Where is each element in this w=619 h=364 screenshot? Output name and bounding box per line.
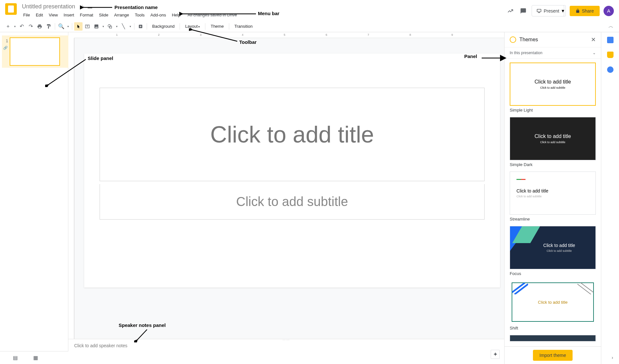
- bottom-bar: ▤ ▦: [0, 351, 68, 364]
- share-label: Share: [582, 8, 594, 14]
- title-placeholder: Click to add title: [210, 121, 374, 148]
- subtitle-placeholder-box[interactable]: Click to add subtitle: [100, 184, 485, 220]
- select-tool[interactable]: [74, 22, 83, 31]
- header: Untitled presentation ☆ ▬ File Edit View…: [0, 0, 619, 21]
- header-right: Present ▾ Share A: [506, 5, 614, 16]
- toolbar-collapse[interactable]: ︿: [607, 22, 615, 31]
- line-tool[interactable]: ╲: [119, 22, 128, 31]
- redo-button[interactable]: ↷: [26, 22, 35, 31]
- image-tool[interactable]: [92, 22, 101, 31]
- menu-addons[interactable]: Add-ons: [148, 11, 169, 19]
- doc-title[interactable]: Untitled presentation: [21, 3, 76, 11]
- menu-arrange[interactable]: Arrange: [112, 11, 132, 19]
- import-theme-button[interactable]: Import theme: [533, 350, 572, 361]
- menu-insert[interactable]: Insert: [61, 11, 77, 19]
- themes-list[interactable]: Click to add title Click to add subtitle…: [505, 59, 601, 346]
- menu-view[interactable]: View: [46, 11, 60, 19]
- grid-view-icon[interactable]: ▦: [33, 355, 38, 361]
- print-button[interactable]: [35, 22, 44, 31]
- comments-icon[interactable]: [519, 6, 528, 15]
- theme-preview-simple-dark[interactable]: Click to add title Click to add subtitle: [510, 117, 596, 160]
- theme-preview-focus[interactable]: Click to add title Click to add subtitle: [510, 226, 596, 269]
- keep-icon[interactable]: [607, 52, 614, 58]
- themes-scope-label: In this presentation: [510, 51, 542, 55]
- zoom-button[interactable]: 🔍: [57, 22, 65, 31]
- shape-dropdown[interactable]: ▾: [115, 22, 119, 31]
- background-button[interactable]: Background: [149, 23, 178, 30]
- theme-name: Streamline: [510, 217, 596, 221]
- undo-button[interactable]: ↶: [17, 22, 26, 31]
- theme-preview-next[interactable]: [510, 335, 596, 341]
- menu-help[interactable]: Help: [169, 11, 183, 19]
- palette-icon: [510, 36, 516, 43]
- slide-number: 1: [3, 38, 8, 43]
- menu-bar: File Edit View Insert Format Slide Arran…: [21, 11, 506, 19]
- slide-panel: 1 🔗: [0, 32, 68, 364]
- star-icon[interactable]: ☆: [80, 4, 84, 9]
- menu-format[interactable]: Format: [77, 11, 96, 19]
- theme-item: Click to add title Click to add subtitle…: [510, 172, 596, 221]
- move-icon[interactable]: ▬: [88, 4, 92, 9]
- close-icon[interactable]: ✕: [591, 36, 596, 43]
- zoom-dropdown[interactable]: ▾: [66, 22, 70, 31]
- slides-logo[interactable]: [5, 3, 17, 15]
- menu-tools[interactable]: Tools: [132, 11, 147, 19]
- themes-panel: Themes ✕ In this presentation ⌄ Click to…: [504, 32, 601, 364]
- theme-name: Simple Dark: [510, 162, 596, 167]
- slide-thumbnail[interactable]: [10, 37, 60, 66]
- slide-canvas[interactable]: Click to add title Click to add subtitle: [84, 54, 500, 288]
- canvas-scroll[interactable]: Click to add title Click to add subtitle: [74, 38, 504, 339]
- themes-title: Themes: [519, 37, 588, 43]
- theme-item: Click to add title Shift: [510, 280, 596, 330]
- theme-name: Simple Light: [510, 108, 596, 113]
- theme-item: Click to add title Click to add subtitle…: [510, 63, 596, 113]
- theme-name: Shift: [510, 326, 596, 330]
- speaker-notes[interactable]: ⋯⋯ Click to add speaker notes: [68, 339, 504, 364]
- theme-preview-shift[interactable]: Click to add title: [510, 280, 596, 324]
- activity-icon[interactable]: [506, 6, 515, 15]
- image-dropdown[interactable]: ▾: [101, 22, 105, 31]
- side-rail-collapse[interactable]: ›: [612, 355, 613, 360]
- present-label: Present: [544, 8, 559, 14]
- calendar-icon[interactable]: [607, 37, 614, 43]
- menu-file[interactable]: File: [21, 11, 33, 19]
- present-button[interactable]: Present: [532, 5, 564, 16]
- themes-header: Themes ✕: [505, 32, 601, 47]
- subtitle-placeholder: Click to add subtitle: [236, 194, 348, 209]
- theme-item: [510, 335, 596, 341]
- link-icon: 🔗: [3, 46, 8, 50]
- theme-name: Focus: [510, 271, 596, 276]
- filmstrip-view-icon[interactable]: ▤: [13, 355, 18, 361]
- ruler-horizontal: 1 2 3 4 5 6 7 8 9: [74, 32, 504, 38]
- tasks-icon[interactable]: [607, 66, 614, 73]
- themes-scope-dropdown[interactable]: In this presentation ⌄: [505, 47, 601, 59]
- layout-button[interactable]: Layout▾: [182, 23, 203, 30]
- toolbar: + ▾ ↶ ↷ 🔍 ▾ ▾ ▾ ╲ ▾ Background Layout▾ T…: [0, 21, 619, 32]
- main: 1 🔗 1 2 3 4 5 6 7 8 9 Click to add title: [0, 32, 619, 364]
- paint-format-button[interactable]: [44, 22, 53, 31]
- menu-edit[interactable]: Edit: [33, 11, 45, 19]
- svg-rect-0: [537, 9, 541, 12]
- textbox-tool[interactable]: [83, 22, 92, 31]
- slide-thumb-row: 1 🔗: [3, 37, 68, 66]
- line-dropdown[interactable]: ▾: [128, 22, 132, 31]
- transition-button[interactable]: Transition: [231, 23, 256, 30]
- canvas-area: 1 2 3 4 5 6 7 8 9 Click to add title Cli…: [68, 32, 504, 364]
- save-status: All changes saved in Drive: [188, 11, 237, 19]
- new-slide-button[interactable]: +: [4, 22, 12, 31]
- new-slide-dropdown[interactable]: ▾: [13, 22, 17, 31]
- theme-preview-streamline[interactable]: Click to add title Click to add subtitle: [510, 172, 596, 215]
- avatar[interactable]: A: [604, 6, 614, 16]
- theme-button[interactable]: Theme: [207, 23, 227, 30]
- notes-resize-handle[interactable]: ⋯⋯: [281, 338, 291, 340]
- comment-button[interactable]: [136, 22, 145, 31]
- theme-item: Click to add title Click to add subtitle…: [510, 117, 596, 167]
- shape-tool[interactable]: [106, 22, 114, 31]
- present-dropdown[interactable]: ▾: [560, 5, 566, 16]
- menu-slide[interactable]: Slide: [96, 11, 111, 19]
- share-button[interactable]: Share: [570, 6, 600, 16]
- explore-button[interactable]: ✦: [491, 350, 500, 359]
- theme-preview-simple-light[interactable]: Click to add title Click to add subtitle: [510, 63, 596, 106]
- theme-item: Click to add title Click to add subtitle…: [510, 226, 596, 276]
- title-placeholder-box[interactable]: Click to add title: [100, 88, 485, 181]
